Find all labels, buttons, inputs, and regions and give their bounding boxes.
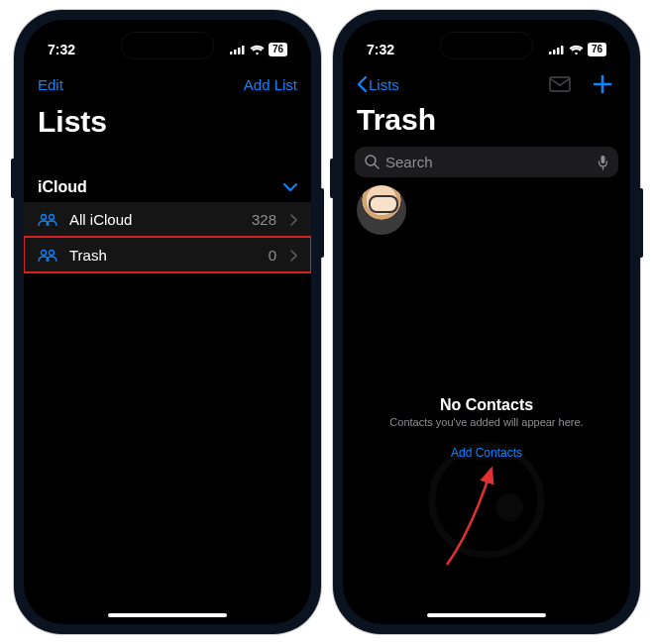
empty-state: No Contacts Contacts you've added will a… xyxy=(343,396,630,461)
nav-bar: Edit Add List xyxy=(24,65,311,103)
row-label: All iCloud xyxy=(69,211,242,228)
people-icon xyxy=(38,213,59,227)
svg-rect-9 xyxy=(553,50,556,54)
back-label: Lists xyxy=(369,76,399,93)
mail-icon[interactable] xyxy=(549,76,571,92)
search-icon xyxy=(365,155,380,169)
add-contacts-link[interactable]: Add Contacts xyxy=(451,446,522,460)
list-row-all-icloud[interactable]: All iCloud 328 xyxy=(24,202,311,237)
phone-frame-right: 7:32 76 Lists xyxy=(333,10,640,634)
people-icon xyxy=(38,249,59,263)
svg-rect-11 xyxy=(561,46,564,54)
row-label: Trash xyxy=(69,247,259,264)
cellular-signal-icon xyxy=(549,45,565,54)
empty-title: No Contacts xyxy=(343,396,630,414)
mic-icon[interactable] xyxy=(598,155,608,170)
svg-point-4 xyxy=(42,214,47,219)
page-title: Lists xyxy=(24,103,311,143)
svg-rect-0 xyxy=(230,52,233,54)
add-button[interactable] xyxy=(593,74,612,94)
annotation-arrow xyxy=(437,461,506,574)
svg-rect-3 xyxy=(242,46,245,54)
svg-rect-8 xyxy=(549,52,552,54)
add-list-button[interactable]: Add List xyxy=(244,76,297,93)
home-indicator[interactable] xyxy=(108,613,227,617)
svg-point-16 xyxy=(495,493,523,521)
svg-rect-2 xyxy=(238,48,241,54)
nav-bar: Lists xyxy=(343,65,630,103)
phone-frame-left: 7:32 76 Edit Add List Lists iClou xyxy=(14,10,321,634)
chevron-right-icon xyxy=(290,214,297,226)
svg-point-15 xyxy=(432,446,541,555)
search-input[interactable] xyxy=(385,154,592,170)
svg-rect-1 xyxy=(234,50,237,54)
battery-indicator: 76 xyxy=(269,43,287,56)
section-label: iCloud xyxy=(38,178,87,196)
cellular-signal-icon xyxy=(230,45,246,54)
battery-indicator: 76 xyxy=(588,43,606,56)
row-count: 0 xyxy=(269,247,276,264)
screen-lists: 7:32 76 Edit Add List Lists iClou xyxy=(24,20,311,624)
svg-rect-12 xyxy=(550,77,570,91)
home-indicator[interactable] xyxy=(427,613,546,617)
screen-trash: 7:32 76 Lists xyxy=(343,20,630,624)
dynamic-island xyxy=(121,32,215,59)
section-header-icloud[interactable]: iCloud xyxy=(24,172,311,202)
wifi-icon xyxy=(250,45,265,55)
search-bar[interactable] xyxy=(355,147,618,177)
svg-point-7 xyxy=(50,250,54,255)
empty-subtitle: Contacts you've added will appear here. xyxy=(343,416,630,428)
status-time: 7:32 xyxy=(367,42,394,57)
edit-button[interactable]: Edit xyxy=(38,76,63,93)
page-title: Trash xyxy=(343,103,630,143)
status-time: 7:32 xyxy=(48,42,75,57)
back-button[interactable]: Lists xyxy=(357,76,399,93)
my-card-avatar[interactable] xyxy=(357,185,406,235)
chevron-down-icon xyxy=(283,178,297,196)
chevron-right-icon xyxy=(290,250,297,262)
wifi-icon xyxy=(569,45,584,55)
dynamic-island xyxy=(440,32,534,59)
list-row-trash[interactable]: Trash 0 xyxy=(24,237,311,272)
svg-point-5 xyxy=(50,214,54,219)
svg-rect-10 xyxy=(557,48,560,54)
row-count: 328 xyxy=(252,211,276,228)
svg-rect-14 xyxy=(601,156,605,163)
svg-point-6 xyxy=(42,250,47,255)
